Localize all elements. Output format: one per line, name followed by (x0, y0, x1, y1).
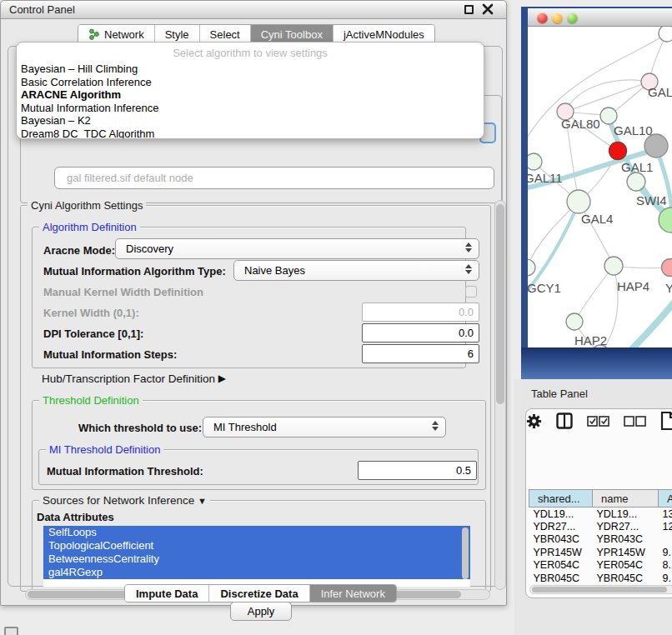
which-threshold-combo[interactable]: MI Threshold (203, 417, 446, 438)
bottom-left-partial-button[interactable] (4, 627, 18, 635)
data-attributes-label: Data Attributes (37, 511, 114, 523)
tab-style[interactable]: Style (155, 25, 200, 43)
column-header-shared...[interactable]: shared... (529, 490, 593, 508)
table-row[interactable]: YBR043CYBR043C (529, 533, 672, 547)
network-node-gal11[interactable] (528, 153, 542, 170)
column-header-name[interactable]: name (593, 490, 659, 508)
close-icon[interactable] (482, 3, 494, 15)
table-cell[interactable]: YBR045C (593, 572, 659, 583)
bottom-tab-infer-network[interactable]: Infer Network (310, 585, 396, 602)
table-row[interactable]: YDL19...YDL19...13 (529, 508, 672, 521)
network-node[interactable] (627, 172, 645, 191)
attribute-item-selected[interactable]: TopologicalCoefficient (43, 539, 470, 552)
network-node-y[interactable] (662, 259, 672, 277)
manual-kernel-width-checkbox[interactable] (465, 286, 477, 298)
table-cell[interactable]: 9. (659, 572, 672, 583)
mi-algorithm-type-combo[interactable]: Naive Bayes (233, 260, 479, 281)
table-horizontal-scrollbar-thumb[interactable] (532, 587, 667, 592)
table-row[interactable]: YER054CYER054C8. (529, 559, 672, 572)
network-node[interactable] (659, 27, 672, 42)
split-columns-icon[interactable] (556, 412, 573, 429)
checked-pair-icon[interactable] (587, 416, 609, 427)
data-attributes-list[interactable]: SelfLoopsTopologicalCoefficientBetweenne… (43, 526, 470, 587)
table-row[interactable]: YBR045CYBR045C9. (529, 572, 672, 583)
attribute-item-selected[interactable]: gal4RGexp (43, 566, 470, 579)
node-table[interactable]: shared...nameA YDL19...YDL19...13YDR27..… (526, 449, 672, 583)
attribute-item-selected[interactable]: BetweennessCentrality (43, 552, 470, 566)
network-source-combo[interactable]: gal filtered.sif default node (54, 167, 494, 189)
settings-vertical-scrollbar[interactable] (494, 200, 506, 590)
gear-icon[interactable] (526, 413, 542, 429)
algorithm-option[interactable]: Dream8 DC_TDC Algorithm (17, 128, 484, 140)
table-cell[interactable]: 9. (659, 546, 672, 559)
tab-cyni-toolbox[interactable]: Cyni Toolbox (251, 25, 333, 43)
table-cell[interactable]: 8. (659, 559, 672, 572)
zoom-traffic-light-icon[interactable] (567, 12, 578, 23)
table-cell[interactable]: YDR27... (593, 520, 659, 533)
file-icon[interactable] (660, 411, 672, 431)
column-header-A[interactable]: A (659, 490, 672, 508)
network-node-hap2[interactable] (566, 313, 583, 330)
algorithm-dropdown-list: Bayesian – Hill ClimbingBasic Correlatio… (17, 62, 484, 139)
table-cell[interactable]: YPR145W (593, 546, 659, 559)
apply-button[interactable]: Apply (230, 602, 292, 621)
sources-group-toggle[interactable]: Sources for Network Inference ▼ (39, 494, 210, 507)
hub-definition-label: Hub/Transcription Factor Definition (42, 372, 215, 385)
tab-jactivemnodules[interactable]: jActiveMNodules (333, 25, 434, 43)
table-cell[interactable]: YDR27... (529, 520, 593, 533)
settings-vertical-scrollbar-thumb[interactable] (496, 204, 504, 404)
dpi-tolerance-field[interactable]: 0.0 (362, 323, 479, 342)
tab-network[interactable]: Network (78, 25, 155, 43)
chevron-down-icon: ▼ (198, 496, 207, 506)
table-cell[interactable]: YBR043C (593, 533, 659, 547)
mi-threshold-field[interactable]: 0.5 (358, 461, 477, 480)
table-row[interactable]: YDR27...YDR27...12 (529, 520, 672, 533)
bottom-tab-impute-data[interactable]: Impute Data (125, 585, 209, 602)
table-row[interactable]: YPR145WYPR145W9. (529, 546, 672, 559)
tab-select[interactable]: Select (200, 25, 251, 43)
table-cell[interactable]: YBR043C (529, 533, 593, 547)
network-node-labels: GALGAL80GAL10GAL1GAL11GAL4SWI4GCY1HAP4YH… (528, 85, 672, 348)
table-cell[interactable]: YBR045C (529, 572, 593, 583)
table-cell[interactable]: 13 (659, 508, 672, 521)
mi-steps-label: Mutual Information Steps: (43, 348, 177, 361)
network-node-gal4[interactable] (567, 190, 590, 213)
table-cell[interactable]: 12 (659, 520, 672, 533)
algorithm-option[interactable]: ARACNE Algorithm (17, 88, 484, 102)
network-node-hap4[interactable] (604, 257, 623, 275)
table-cell[interactable]: YER054C (593, 559, 659, 572)
hub-definition-toggle[interactable]: Hub/Transcription Factor Definition ▶ (42, 372, 226, 385)
tab-label: Cyni Toolbox (261, 28, 323, 41)
attribute-item-selected[interactable]: SelfLoops (43, 526, 470, 539)
network-node-gal10[interactable] (600, 108, 617, 124)
algorithm-option[interactable]: Bayesian – Hill Climbing (17, 62, 484, 76)
table-cell[interactable]: YDL19... (593, 508, 659, 521)
table-horizontal-scrollbar[interactable] (529, 585, 672, 594)
minimize-traffic-light-icon[interactable] (552, 12, 563, 23)
table-cell[interactable]: YPR145W (529, 546, 593, 559)
network-node-gal1[interactable] (609, 142, 627, 160)
bottom-tab-discretize-data[interactable]: Discretize Data (209, 585, 309, 602)
network-node-gcy1[interactable] (528, 259, 535, 276)
table-cell[interactable] (659, 533, 672, 547)
algorithm-option[interactable]: Basic Correlation Inference (17, 76, 484, 89)
node-label-hap4: HAP4 (617, 279, 649, 293)
table-cell[interactable]: YDL19... (529, 508, 593, 521)
aracne-mode-combo[interactable]: Discovery (115, 238, 479, 259)
mi-steps-field[interactable]: 6 (362, 344, 479, 363)
aracne-mode-label: Aracne Mode: (43, 244, 115, 257)
table-cell[interactable]: YER054C (529, 559, 593, 572)
network-node[interactable] (644, 134, 668, 158)
close-traffic-light-icon[interactable] (537, 12, 548, 23)
kernel-width-field[interactable]: 0.0 (362, 302, 479, 322)
algorithm-option[interactable]: Mutual Information Inference (17, 102, 484, 115)
attributes-list-scrollbar[interactable] (462, 528, 469, 579)
unchecked-pair-icon[interactable] (624, 416, 646, 427)
control-panel-titlebar[interactable]: Control Panel (1, 1, 506, 19)
table-panel-title: Table Panel (531, 388, 588, 400)
network-window-titlebar[interactable] (528, 8, 672, 27)
algorithm-option[interactable]: Bayesian – K2 (17, 114, 484, 128)
float-window-icon[interactable] (464, 5, 474, 14)
network-canvas[interactable]: GALGAL80GAL10GAL1GAL11GAL4SWI4GCY1HAP4YH… (528, 27, 672, 348)
cyni-algorithm-settings-title: Cyni Algorithm Settings (28, 199, 146, 212)
